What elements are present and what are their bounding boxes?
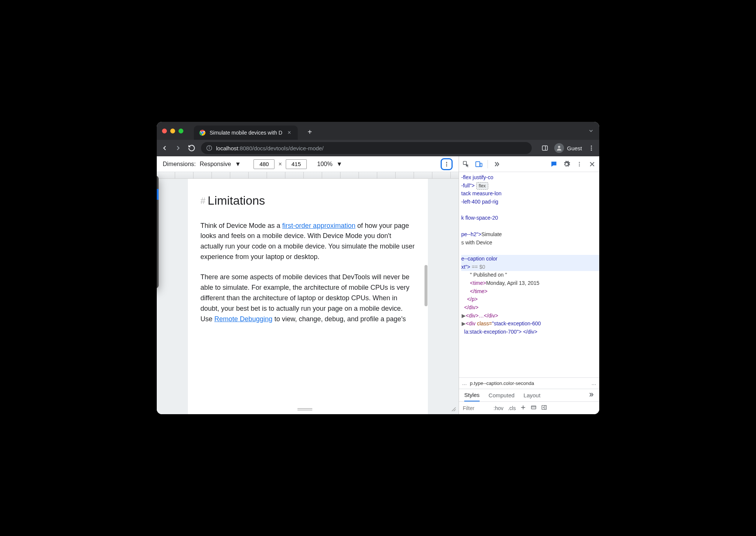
styles-filter-bar: :hov .cls xyxy=(459,401,599,414)
chrome-icon xyxy=(199,129,206,136)
address-bar: localhost:8080/docs/devtools/device-mode… xyxy=(157,140,599,156)
menu-capture-full-screenshot[interactable]: Capture full size screenshot xyxy=(157,250,159,261)
menu-add-dpr[interactable]: Add device pixel ratio xyxy=(157,214,159,225)
breadcrumb[interactable]: … p.type--caption.color-seconda … xyxy=(459,377,599,389)
styles-tabs: Styles Computed Layout xyxy=(459,389,599,401)
elements-tree[interactable]: -flex justify-co -full"> flex tack measu… xyxy=(459,172,599,377)
first-order-link[interactable]: first-order approximation xyxy=(282,222,356,229)
paragraph: There are some aspects of mobile devices… xyxy=(201,272,415,324)
crumb-selected[interactable]: p.type--caption.color-seconda xyxy=(470,380,588,386)
device-toggle-icon[interactable] xyxy=(475,160,483,168)
reload-button[interactable] xyxy=(188,144,196,152)
hov-toggle[interactable]: :hov xyxy=(494,405,503,411)
svg-rect-17 xyxy=(476,162,480,166)
svg-point-7 xyxy=(558,146,560,148)
ruler[interactable] xyxy=(157,172,459,179)
svg-rect-5 xyxy=(542,146,548,150)
paragraph: Think of Device Mode as a first-order ap… xyxy=(201,221,415,263)
menu-show-rulers[interactable]: Show rulers xyxy=(157,200,159,211)
svg-point-12 xyxy=(446,163,447,165)
back-button[interactable] xyxy=(160,144,169,152)
tab-layout[interactable]: Layout xyxy=(524,392,540,398)
guest-label: Guest xyxy=(567,145,582,151)
svg-point-20 xyxy=(579,163,580,165)
svg-point-9 xyxy=(591,148,592,149)
filter-input[interactable] xyxy=(463,405,489,411)
menu-reset-defaults[interactable]: Reset to defaults xyxy=(157,264,159,275)
tab-title: Simulate mobile devices with D xyxy=(210,130,282,136)
tab-close-icon[interactable]: × xyxy=(286,129,292,136)
dimensions-select[interactable]: Dimensions: Responsive ▼ xyxy=(163,161,241,168)
simulated-viewport[interactable]: #Limitations Think of Device Mode as a f… xyxy=(188,179,428,414)
caret-down-icon: ▼ xyxy=(235,161,241,168)
avatar-icon xyxy=(554,143,564,153)
remote-debugging-link[interactable]: Remote Debugging xyxy=(214,315,273,323)
cls-toggle[interactable]: .cls xyxy=(508,405,516,411)
profile-button[interactable]: Guest xyxy=(554,143,582,153)
caret-down-icon: ▼ xyxy=(336,161,342,168)
maximize-window-button[interactable] xyxy=(178,129,183,133)
height-input[interactable] xyxy=(286,159,307,169)
crumb-overflow-right[interactable]: … xyxy=(591,380,596,386)
devtools-toolbar: Show device frame Show media queries Sho… xyxy=(459,156,599,172)
device-toolbar: Dimensions: Responsive ▼ × 100% ▼ xyxy=(157,156,459,172)
svg-point-11 xyxy=(446,162,447,163)
settings-icon[interactable] xyxy=(562,160,571,168)
page-heading: #Limitations xyxy=(201,192,415,210)
svg-point-19 xyxy=(579,162,580,163)
new-style-rule-icon[interactable] xyxy=(520,404,526,412)
devtools-menu-icon[interactable] xyxy=(575,160,584,168)
console-icon[interactable] xyxy=(550,160,558,168)
minimize-window-button[interactable] xyxy=(170,129,175,133)
svg-rect-26 xyxy=(531,406,536,409)
browser-tab[interactable]: Simulate mobile devices with D × xyxy=(194,126,298,140)
menu-close-devtools[interactable]: Close DevTools xyxy=(157,275,159,286)
menu-add-device-type[interactable]: Add device type xyxy=(157,225,159,236)
svg-line-14 xyxy=(452,407,456,411)
tab-styles[interactable]: Styles xyxy=(464,389,480,401)
svg-point-21 xyxy=(579,165,580,166)
device-mode-area: Dimensions: Responsive ▼ × 100% ▼ #Limit… xyxy=(157,156,459,414)
addr-right-controls: Guest xyxy=(541,143,596,153)
close-window-button[interactable] xyxy=(162,129,167,133)
new-tab-button[interactable]: + xyxy=(304,127,315,137)
menu-show-device-frame[interactable]: Show device frame xyxy=(157,178,159,189)
resize-handle-icon[interactable] xyxy=(451,407,456,412)
tabs-overflow-icon[interactable] xyxy=(588,128,594,135)
url-text: localhost:8080/docs/devtools/device-mode… xyxy=(216,145,324,151)
browser-menu-icon[interactable] xyxy=(587,144,596,152)
computed-toggle-icon[interactable] xyxy=(531,404,537,412)
heading-anchor-hash[interactable]: # xyxy=(201,196,206,206)
crumb-overflow-left[interactable]: … xyxy=(462,380,467,386)
svg-line-15 xyxy=(454,409,456,411)
devtools-close-icon[interactable] xyxy=(588,160,596,168)
viewport-wrap: #Limitations Think of Device Mode as a f… xyxy=(157,179,459,414)
forward-button[interactable] xyxy=(174,144,182,152)
window-controls xyxy=(162,129,183,133)
scrollbar-thumb[interactable] xyxy=(424,265,428,306)
titlebar: Simulate mobile devices with D × + xyxy=(157,122,599,140)
svg-rect-18 xyxy=(480,163,482,166)
device-toolbar-context-menu: Show device frame Show media queries Sho… xyxy=(157,176,159,288)
side-panel-icon[interactable] xyxy=(541,144,549,152)
svg-point-4 xyxy=(209,147,209,147)
inspect-icon[interactable] xyxy=(462,160,470,168)
menu-show-media-queries[interactable]: Show media queries xyxy=(157,189,159,200)
flex-badge[interactable]: flex xyxy=(476,182,489,190)
zoom-select[interactable]: 100% ▼ xyxy=(317,161,342,168)
svg-rect-28 xyxy=(542,406,546,410)
width-input[interactable] xyxy=(254,159,274,169)
svg-point-10 xyxy=(591,150,592,151)
info-icon xyxy=(206,145,212,151)
sidebar-collapse-icon[interactable] xyxy=(541,404,547,412)
device-toolbar-more-button[interactable] xyxy=(441,158,453,170)
dimension-times: × xyxy=(278,161,282,168)
tab-computed[interactable]: Computed xyxy=(489,392,514,398)
svg-point-8 xyxy=(591,145,592,147)
menu-capture-screenshot[interactable]: Capture screenshot xyxy=(157,239,159,250)
tabs-overflow-icon[interactable] xyxy=(588,392,594,399)
svg-point-13 xyxy=(446,165,447,166)
drag-handle[interactable] xyxy=(297,408,312,410)
overflow-icon[interactable] xyxy=(492,160,501,168)
url-box[interactable]: localhost:8080/docs/devtools/device-mode… xyxy=(201,142,532,154)
